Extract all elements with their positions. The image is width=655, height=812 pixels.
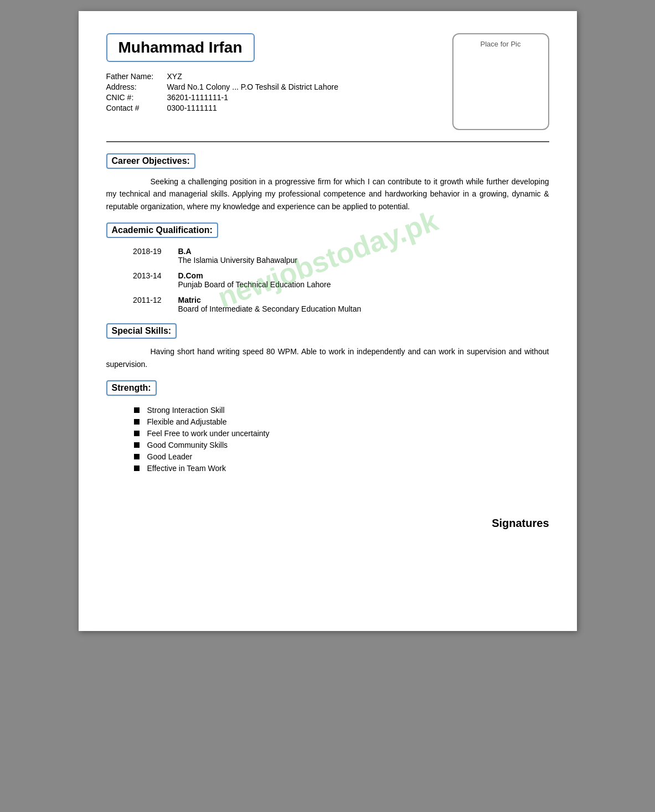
acad-institution: Board of Intermediate & Secondary Educat… [178, 304, 549, 313]
personal-info: Father Name: XYZ Address: Ward No.1 Colo… [106, 72, 436, 112]
cnic-row: CNIC #: 36201-1111111-1 [106, 93, 436, 102]
career-objectives-section: Career Objectives: Seeking a challenging… [106, 153, 549, 213]
academic-section: Academic Qualification: 2018-19 B.A The … [106, 223, 549, 313]
cnic-value: 36201-1111111-1 [167, 93, 229, 102]
address-value: Ward No.1 Colony ... P.O Teshsil & Distr… [167, 82, 338, 91]
skills-section: Special Skills: Having short hand writin… [106, 323, 549, 370]
acad-institution: The Islamia University Bahawalpur [178, 256, 549, 265]
contact-value: 0300-1111111 [167, 104, 217, 112]
strength-item-text: Good Community Skills [147, 441, 228, 449]
bullet-icon [134, 419, 140, 425]
signatures-label: Signatures [492, 517, 549, 529]
acad-year: 2013-14 [106, 271, 178, 289]
pic-placeholder-text: Place for Pic [481, 40, 521, 48]
academic-row: 2013-14 D.Com Punjab Board of Technical … [106, 271, 549, 289]
academic-table: 2018-19 B.A The Islamia University Bahaw… [106, 247, 549, 313]
academic-title: Academic Qualification: [112, 225, 213, 235]
acad-year: 2018-19 [106, 247, 178, 265]
skills-title: Special Skills: [112, 326, 172, 335]
strength-item-text: Good Leader [147, 452, 193, 461]
strength-item-text: Feel Free to work under uncertainty [147, 429, 270, 438]
strength-title-box: Strength: [106, 380, 157, 396]
strength-list: Strong Interaction SkillFlexible and Adj… [106, 406, 549, 473]
acad-detail: D.Com Punjab Board of Technical Educatio… [178, 271, 549, 289]
resume-page: newjobstoday.pk Muhammad Irfan Father Na… [79, 11, 577, 631]
academic-title-box: Academic Qualification: [106, 223, 218, 238]
name-box: Muhammad Irfan [106, 33, 255, 62]
bullet-icon [134, 466, 140, 471]
acad-degree: Matric [178, 296, 549, 304]
header-divider [106, 141, 549, 142]
academic-row: 2018-19 B.A The Islamia University Bahaw… [106, 247, 549, 265]
acad-detail: Matric Board of Intermediate & Secondary… [178, 296, 549, 313]
father-row: Father Name: XYZ [106, 72, 436, 81]
full-name: Muhammad Irfan [118, 39, 243, 56]
contact-label: Contact # [106, 104, 167, 112]
strength-title: Strength: [112, 383, 151, 392]
contact-row: Contact # 0300-1111111 [106, 104, 436, 112]
acad-degree: B.A [178, 247, 549, 256]
father-label: Father Name: [106, 72, 167, 81]
strength-item-text: Strong Interaction Skill [147, 406, 225, 415]
strength-section: Strength: Strong Interaction SkillFlexib… [106, 380, 549, 473]
acad-degree: D.Com [178, 271, 549, 280]
list-item: Good Leader [134, 452, 549, 461]
father-value: XYZ [167, 72, 182, 81]
acad-year: 2011-12 [106, 296, 178, 313]
list-item: Effective in Team Work [134, 464, 549, 473]
name-info: Muhammad Irfan Father Name: XYZ Address:… [106, 33, 436, 114]
bullet-icon [134, 407, 140, 413]
bullet-icon [134, 431, 140, 436]
skills-body: Having short hand writing speed 80 WPM. … [106, 345, 549, 370]
header-section: Muhammad Irfan Father Name: XYZ Address:… [106, 33, 549, 130]
bullet-icon [134, 454, 140, 459]
list-item: Good Community Skills [134, 441, 549, 449]
strength-item-text: Effective in Team Work [147, 464, 226, 473]
list-item: Feel Free to work under uncertainty [134, 429, 549, 438]
address-label: Address: [106, 82, 167, 91]
skills-title-box: Special Skills: [106, 323, 177, 339]
bullet-icon [134, 442, 140, 448]
acad-institution: Punjab Board of Technical Education Laho… [178, 280, 549, 289]
academic-row: 2011-12 Matric Board of Intermediate & S… [106, 296, 549, 313]
address-row: Address: Ward No.1 Colony ... P.O Teshsi… [106, 82, 436, 91]
list-item: Strong Interaction Skill [134, 406, 549, 415]
pic-placeholder-box: Place for Pic [452, 33, 549, 130]
acad-detail: B.A The Islamia University Bahawalpur [178, 247, 549, 265]
strength-item-text: Flexible and Adjustable [147, 417, 227, 426]
list-item: Flexible and Adjustable [134, 417, 549, 426]
signatures: Signatures [106, 517, 549, 530]
cnic-label: CNIC #: [106, 93, 167, 102]
career-title-box: Career Objectives: [106, 153, 195, 169]
career-body: Seeking a challenging position in a prog… [106, 175, 549, 213]
career-title: Career Objectives: [112, 156, 190, 165]
